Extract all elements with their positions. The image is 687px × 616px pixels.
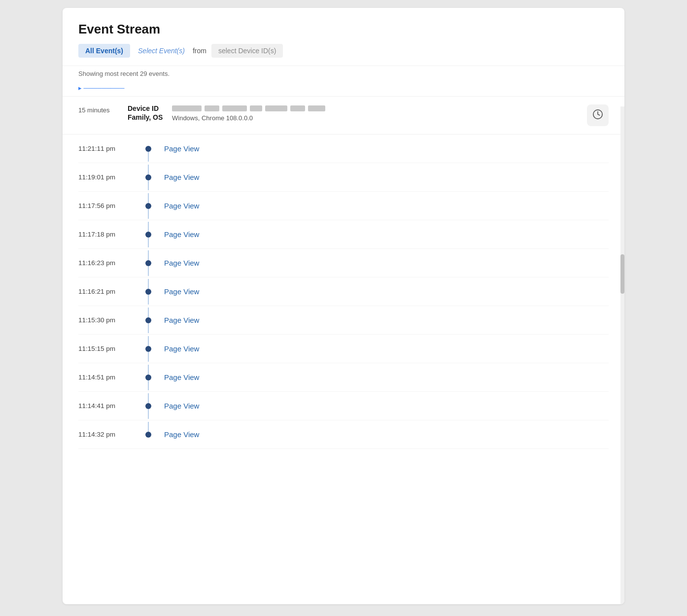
redacted-3 <box>222 105 247 111</box>
timeline-container <box>142 146 154 152</box>
clock-icon <box>592 109 603 122</box>
timeline-container <box>142 232 154 238</box>
table-row: 11:21:11 pmPage View <box>78 135 609 163</box>
timeline-container <box>142 174 154 180</box>
event-name[interactable]: Page View <box>164 373 199 381</box>
table-row: 11:16:21 pmPage View <box>78 277 609 306</box>
redacted-1 <box>172 105 202 111</box>
table-row: 11:17:18 pmPage View <box>78 220 609 249</box>
event-dot <box>145 203 151 209</box>
device-grid: Device ID Family, OS Windows, Chrome 108… <box>128 104 587 122</box>
event-time: 11:14:32 pm <box>78 431 142 438</box>
event-time: 11:15:15 pm <box>78 345 142 352</box>
event-name[interactable]: Page View <box>164 430 199 439</box>
clock-button[interactable] <box>587 104 609 126</box>
event-name[interactable]: Page View <box>164 144 199 153</box>
redacted-7 <box>308 105 325 111</box>
event-dot <box>145 174 151 180</box>
filter-row: All Event(s) Select Event(s) from select… <box>78 44 609 58</box>
device-id-value <box>172 104 587 112</box>
redacted-6 <box>290 105 305 111</box>
redacted-5 <box>265 105 287 111</box>
event-dot <box>145 317 151 323</box>
table-row: 11:15:30 pmPage View <box>78 306 609 335</box>
event-name[interactable]: Page View <box>164 316 199 324</box>
event-name[interactable]: Page View <box>164 344 199 353</box>
scrollbar-track[interactable] <box>620 106 624 604</box>
event-name[interactable]: Page View <box>164 259 199 267</box>
select-events-button[interactable]: Select Event(s) <box>135 44 188 58</box>
timeline-container <box>142 289 154 295</box>
event-time: 11:16:23 pm <box>78 259 142 267</box>
timeline-container <box>142 260 154 266</box>
event-time: 11:14:51 pm <box>78 374 142 381</box>
table-row: 11:14:41 pmPage View <box>78 392 609 420</box>
events-list: 11:21:11 pmPage View11:19:01 pmPage View… <box>63 135 624 449</box>
timeline-container <box>142 203 154 209</box>
event-dot <box>145 146 151 152</box>
device-id-label: Device ID <box>128 104 167 112</box>
device-time: 15 minutes <box>78 106 128 114</box>
event-stream-card: Event Stream All Event(s) Select Event(s… <box>63 8 624 604</box>
card-header: Event Stream All Event(s) Select Event(s… <box>63 8 624 66</box>
event-dot <box>145 260 151 266</box>
timeline-container <box>142 375 154 380</box>
event-name[interactable]: Page View <box>164 230 199 239</box>
event-time: 11:17:18 pm <box>78 231 142 238</box>
page-title: Event Stream <box>78 22 609 37</box>
table-row: 11:15:15 pmPage View <box>78 335 609 363</box>
timeline-container <box>142 346 154 352</box>
from-label: from <box>193 47 206 55</box>
table-row: 11:14:51 pmPage View <box>78 363 609 392</box>
redacted-4 <box>250 105 262 111</box>
timeline-container <box>142 403 154 409</box>
table-row: 11:17:56 pmPage View <box>78 192 609 220</box>
device-id-select[interactable]: select Device ID(s) <box>211 44 283 58</box>
event-time: 11:15:30 pm <box>78 316 142 324</box>
event-name[interactable]: Page View <box>164 202 199 210</box>
showing-count-text: Showing most recent 29 events. <box>63 66 624 79</box>
event-time: 11:16:21 pm <box>78 288 142 295</box>
timeline-container <box>142 432 154 438</box>
event-time: 11:17:56 pm <box>78 202 142 209</box>
table-row: 11:16:23 pmPage View <box>78 249 609 277</box>
partial-top-area: ▸ ───────── <box>63 79 624 92</box>
device-info-row: 15 minutes Device ID Family, OS Windows,… <box>63 96 624 135</box>
event-dot <box>145 403 151 409</box>
event-dot <box>145 375 151 380</box>
event-time: 11:14:41 pm <box>78 402 142 410</box>
event-dot <box>145 432 151 438</box>
device-family-label: Family, OS <box>128 113 167 122</box>
event-dot <box>145 346 151 352</box>
device-info: Device ID Family, OS Windows, Chrome 108… <box>128 104 587 122</box>
event-dot <box>145 289 151 295</box>
event-name[interactable]: Page View <box>164 402 199 410</box>
event-time: 11:19:01 pm <box>78 173 142 181</box>
table-row: 11:14:32 pmPage View <box>78 420 609 449</box>
table-row: 11:19:01 pmPage View <box>78 163 609 192</box>
partial-link[interactable]: ▸ ───────── <box>78 84 125 92</box>
event-dot <box>145 232 151 238</box>
event-name[interactable]: Page View <box>164 287 199 296</box>
timeline-container <box>142 317 154 323</box>
event-name[interactable]: Page View <box>164 173 199 181</box>
event-time: 11:21:11 pm <box>78 145 142 152</box>
device-os-value: Windows, Chrome 108.0.0.0 <box>172 114 587 122</box>
all-events-button[interactable]: All Event(s) <box>78 44 130 58</box>
redacted-2 <box>205 105 219 111</box>
scrollbar-thumb[interactable] <box>620 254 624 294</box>
